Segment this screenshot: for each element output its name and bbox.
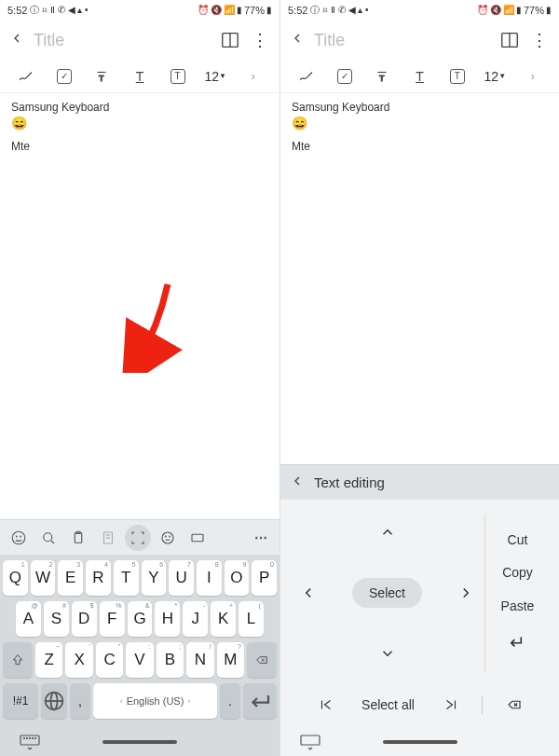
status-time: 5:52 <box>288 5 307 16</box>
enter-key[interactable] <box>243 683 277 719</box>
text-box-tool[interactable]: T <box>439 69 476 84</box>
more-menu-icon[interactable]: ⋮ <box>529 30 550 50</box>
checkbox-tool[interactable]: ✓ <box>325 69 362 84</box>
status-bar: 5:52 ⓘ ⌗ Ⅱ ✆ ◀ ▴ • ⏰ 🔇 📶 ▮ 77% ▮ <box>0 0 280 21</box>
note-title-input[interactable]: Title <box>34 31 211 50</box>
status-bar: 5:52 ⓘ ⌗ Ⅱ ✆ ◀ ▴ • ⏰ 🔇 📶 ▮ 77% ▮ <box>280 0 559 21</box>
home-indicator[interactable] <box>102 740 177 744</box>
cursor-left-button[interactable] <box>294 579 322 607</box>
note-text-line: Samsung Keyboard <box>11 101 268 114</box>
clipboard-icon[interactable] <box>65 525 91 551</box>
enter-button[interactable]: ↵ <box>510 631 525 653</box>
keyboard-hide-icon[interactable] <box>19 734 41 750</box>
text-editing-icon[interactable] <box>125 525 151 551</box>
svg-point-30 <box>27 738 28 739</box>
svg-rect-42 <box>301 735 320 745</box>
key-h[interactable]: H* <box>155 601 180 637</box>
text-editing-panel: Select Cut Copy Paste ↵ Select all <box>280 500 559 728</box>
cursor-down-button[interactable] <box>374 639 402 667</box>
text-style-tool[interactable]: T <box>83 68 121 85</box>
key-b[interactable]: B; <box>157 642 184 678</box>
key-w[interactable]: W2 <box>31 560 56 596</box>
key-f[interactable]: F% <box>100 601 125 637</box>
key-g[interactable]: G& <box>128 601 153 637</box>
shift-key[interactable] <box>3 642 33 678</box>
key-i[interactable]: I8 <box>197 560 222 596</box>
key-a[interactable]: A@ <box>16 601 41 637</box>
search-icon[interactable] <box>35 525 61 551</box>
key-s[interactable]: S# <box>44 601 69 637</box>
jump-end-button[interactable] <box>419 696 482 713</box>
key-e[interactable]: E3 <box>58 560 83 596</box>
cursor-up-button[interactable] <box>374 518 402 546</box>
svg-text:T: T <box>99 73 104 82</box>
backspace-button[interactable] <box>483 696 545 713</box>
back-button[interactable] <box>290 31 305 49</box>
period-key[interactable]: . <box>220 683 240 719</box>
underline-tool[interactable]: T <box>121 69 159 84</box>
backspace-key[interactable] <box>247 642 277 678</box>
key-v[interactable]: V: <box>126 642 153 678</box>
system-navbar <box>280 728 559 756</box>
sticker-icon[interactable] <box>155 525 181 551</box>
key-y[interactable]: Y6 <box>142 560 167 596</box>
note-body[interactable]: Samsung Keyboard 😄 Mte <box>0 93 280 519</box>
reader-mode-icon[interactable] <box>499 30 520 50</box>
select-button[interactable]: Select <box>352 578 422 608</box>
text-editing-back-button[interactable] <box>290 474 305 492</box>
text-editing-actions: Cut Copy Paste ↵ <box>484 514 550 672</box>
back-button[interactable] <box>9 31 24 49</box>
key-q[interactable]: Q1 <box>3 560 28 596</box>
jump-start-button[interactable] <box>294 696 357 713</box>
editor-toolbar: ✓ T T T 12▼ › <box>280 60 559 93</box>
key-d[interactable]: D$ <box>72 601 97 637</box>
key-z[interactable]: Z~ <box>35 642 62 678</box>
keyboard-more-icon[interactable]: ⋯ <box>248 525 274 551</box>
key-t[interactable]: T5 <box>114 560 139 596</box>
cut-button[interactable]: Cut <box>508 532 528 547</box>
text-style-tool[interactable]: T <box>363 68 401 85</box>
toolbar-more-icon[interactable]: › <box>514 70 552 83</box>
more-menu-icon[interactable]: ⋮ <box>250 30 270 50</box>
key-c[interactable]: C" <box>96 642 123 678</box>
font-size-selector[interactable]: 12▼ <box>197 69 235 84</box>
key-r[interactable]: R4 <box>86 560 111 596</box>
checkbox-tool[interactable]: ✓ <box>46 69 84 84</box>
handwriting-tool[interactable] <box>7 68 46 85</box>
key-n[interactable]: N! <box>186 642 213 678</box>
comma-key[interactable]: , <box>70 683 90 719</box>
key-o[interactable]: O9 <box>225 560 250 596</box>
font-size-selector[interactable]: 12▼ <box>476 69 513 84</box>
key-k[interactable]: K+ <box>211 601 236 637</box>
toolbar-more-icon[interactable]: › <box>234 70 272 83</box>
text-box-tool[interactable]: T <box>158 69 197 84</box>
key-m[interactable]: M? <box>217 642 244 678</box>
symbols-key[interactable]: !#1 <box>3 683 38 719</box>
note-body[interactable]: Samsung Keyboard 😄 Mte <box>280 93 559 464</box>
phone-right: 5:52 ⓘ ⌗ Ⅱ ✆ ◀ ▴ • ⏰ 🔇 📶 ▮ 77% ▮ Title ⋮… <box>280 0 559 756</box>
key-j[interactable]: J- <box>183 601 208 637</box>
wifi-icon: 📶 <box>503 6 514 15</box>
key-x[interactable]: X' <box>65 642 92 678</box>
key-l[interactable]: L( <box>239 601 264 637</box>
app-header: Title ⋮ <box>280 21 559 60</box>
key-p[interactable]: P0 <box>252 560 277 596</box>
language-key[interactable] <box>41 683 67 719</box>
key-u[interactable]: U7 <box>169 560 194 596</box>
paste-button[interactable]: Paste <box>501 598 535 613</box>
wifi-icon: 📶 <box>224 6 235 15</box>
emoji-icon[interactable] <box>6 525 32 551</box>
reader-mode-icon[interactable] <box>220 30 240 50</box>
space-key[interactable]: ‹English (US)› <box>93 683 217 719</box>
underline-tool[interactable]: T <box>401 69 438 84</box>
voice-input-icon[interactable] <box>95 525 121 551</box>
svg-point-7 <box>20 536 21 537</box>
handwriting-tool[interactable] <box>288 68 325 85</box>
home-indicator[interactable] <box>383 740 457 744</box>
cursor-right-button[interactable] <box>452 579 480 607</box>
keyboard-modes-icon[interactable] <box>184 525 211 551</box>
note-title-input[interactable]: Title <box>314 31 490 50</box>
select-all-button[interactable]: Select all <box>357 697 419 712</box>
keyboard-hide-icon[interactable] <box>299 734 321 750</box>
copy-button[interactable]: Copy <box>502 565 533 580</box>
